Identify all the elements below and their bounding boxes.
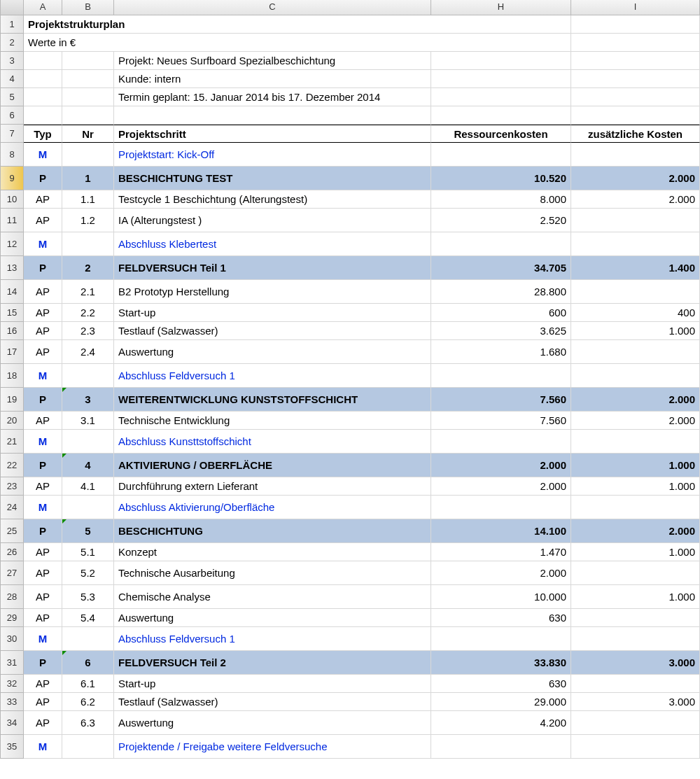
cell-typ[interactable]: AP: [24, 322, 62, 340]
cell-add[interactable]: 2.000: [571, 167, 700, 190]
cell-step[interactable]: Testlauf (Salzwasser): [114, 322, 431, 340]
cell-add[interactable]: 1.000: [571, 454, 700, 477]
cell[interactable]: [571, 15, 700, 34]
meta-project[interactable]: Projekt: Neues Surfboard Spezialbeschich…: [114, 52, 431, 70]
cell[interactable]: [571, 34, 700, 52]
cell-add[interactable]: [571, 430, 700, 454]
cell-res[interactable]: 34.705: [431, 256, 571, 280]
row-header-17[interactable]: 17: [0, 340, 24, 364]
row-header-14[interactable]: 14: [0, 280, 24, 304]
cell-res[interactable]: 630: [431, 609, 571, 627]
row-header-8[interactable]: 8: [0, 143, 24, 167]
cell-typ[interactable]: AP: [24, 561, 62, 585]
row-header-35[interactable]: 35: [0, 735, 24, 759]
cell-typ[interactable]: M: [24, 232, 62, 256]
col-header-H[interactable]: H: [431, 0, 571, 15]
cell-nr[interactable]: [62, 143, 114, 167]
row-header-4[interactable]: 4: [0, 70, 24, 88]
cell-res[interactable]: [431, 143, 571, 167]
cell[interactable]: [24, 88, 62, 106]
col-header-A[interactable]: A: [24, 0, 62, 15]
spreadsheet-grid[interactable]: ABCHI1Projektstrukturplan2Werte in €3Pro…: [0, 0, 700, 759]
cell-step[interactable]: Projektstart: Kick-Off: [114, 143, 431, 167]
cell-step[interactable]: AKTIVIERUNG / OBERFLÄCHE: [114, 454, 431, 477]
cell-res[interactable]: 2.000: [431, 454, 571, 477]
cell-typ[interactable]: AP: [24, 190, 62, 209]
cell-nr[interactable]: [62, 627, 114, 651]
row-header-19[interactable]: 19: [0, 388, 24, 412]
row-header-15[interactable]: 15: [0, 304, 24, 322]
cell-add[interactable]: [571, 627, 700, 651]
cell-add[interactable]: 1.400: [571, 256, 700, 280]
cell-add[interactable]: [571, 675, 700, 693]
row-header-6[interactable]: 6: [0, 106, 24, 125]
cell-nr[interactable]: 5.4: [62, 609, 114, 627]
row-header-27[interactable]: 27: [0, 561, 24, 585]
cell[interactable]: [24, 52, 62, 70]
cell-step[interactable]: Auswertung: [114, 340, 431, 364]
row-header-23[interactable]: 23: [0, 477, 24, 496]
cell[interactable]: [62, 70, 114, 88]
subtitle-cell[interactable]: Werte in €: [24, 34, 431, 52]
cell[interactable]: [114, 106, 431, 125]
cell-nr[interactable]: [62, 232, 114, 256]
cell-step[interactable]: Abschluss Aktivierung/Oberfläche: [114, 496, 431, 519]
cell-nr[interactable]: 4.1: [62, 477, 114, 496]
cell-typ[interactable]: P: [24, 519, 62, 543]
cell-typ[interactable]: AP: [24, 675, 62, 693]
cell-res[interactable]: 4.200: [431, 711, 571, 735]
row-header-2[interactable]: 2: [0, 34, 24, 52]
cell-res[interactable]: 1.470: [431, 543, 571, 561]
cell-nr[interactable]: 5.1: [62, 543, 114, 561]
cell-nr[interactable]: 5.3: [62, 585, 114, 609]
cell-typ[interactable]: AP: [24, 280, 62, 304]
cell-typ[interactable]: M: [24, 627, 62, 651]
cell-typ[interactable]: AP: [24, 609, 62, 627]
cell-add[interactable]: [571, 561, 700, 585]
cell-add[interactable]: [571, 364, 700, 388]
cell-typ[interactable]: P: [24, 256, 62, 280]
col-header-B[interactable]: B: [62, 0, 114, 15]
cell[interactable]: [431, 52, 571, 70]
row-header-34[interactable]: 34: [0, 711, 24, 735]
row-header-11[interactable]: 11: [0, 209, 24, 232]
cell-res[interactable]: [431, 430, 571, 454]
cell-typ[interactable]: AP: [24, 711, 62, 735]
cell-nr[interactable]: 2.4: [62, 340, 114, 364]
cell-add[interactable]: [571, 711, 700, 735]
row-header-30[interactable]: 30: [0, 627, 24, 651]
cell-step[interactable]: FELDVERSUCH Teil 1: [114, 256, 431, 280]
cell-res[interactable]: 2.000: [431, 561, 571, 585]
cell-res[interactable]: 29.000: [431, 693, 571, 711]
cell-typ[interactable]: M: [24, 364, 62, 388]
row-header-1[interactable]: 1: [0, 15, 24, 34]
cell-step[interactable]: Abschluss Klebertest: [114, 232, 431, 256]
row-header-33[interactable]: 33: [0, 693, 24, 711]
row-header-7[interactable]: 7: [0, 125, 24, 143]
cell-add[interactable]: 3.000: [571, 693, 700, 711]
cell-res[interactable]: 14.100: [431, 519, 571, 543]
cell[interactable]: [24, 70, 62, 88]
cell-typ[interactable]: P: [24, 454, 62, 477]
row-header-25[interactable]: 25: [0, 519, 24, 543]
row-header-16[interactable]: 16: [0, 322, 24, 340]
cell-step[interactable]: IA (Alterungstest ): [114, 209, 431, 232]
cell-res[interactable]: 2.000: [431, 477, 571, 496]
row-header-22[interactable]: 22: [0, 454, 24, 477]
meta-customer[interactable]: Kunde: intern: [114, 70, 431, 88]
cell-add[interactable]: [571, 496, 700, 519]
cell[interactable]: [571, 88, 700, 106]
title-cell[interactable]: Projektstrukturplan: [24, 15, 431, 34]
cell-nr[interactable]: 3.1: [62, 412, 114, 430]
cell-step[interactable]: FELDVERSUCH Teil 2: [114, 651, 431, 675]
cell-typ[interactable]: M: [24, 430, 62, 454]
cell-step[interactable]: Start-up: [114, 304, 431, 322]
cell-nr[interactable]: 1.2: [62, 209, 114, 232]
cell-add[interactable]: [571, 232, 700, 256]
row-header-24[interactable]: 24: [0, 496, 24, 519]
cell-typ[interactable]: AP: [24, 477, 62, 496]
cell[interactable]: [431, 106, 571, 125]
cell-nr[interactable]: 5: [62, 519, 114, 543]
cell-nr[interactable]: 2: [62, 256, 114, 280]
cell-res[interactable]: 7.560: [431, 388, 571, 412]
